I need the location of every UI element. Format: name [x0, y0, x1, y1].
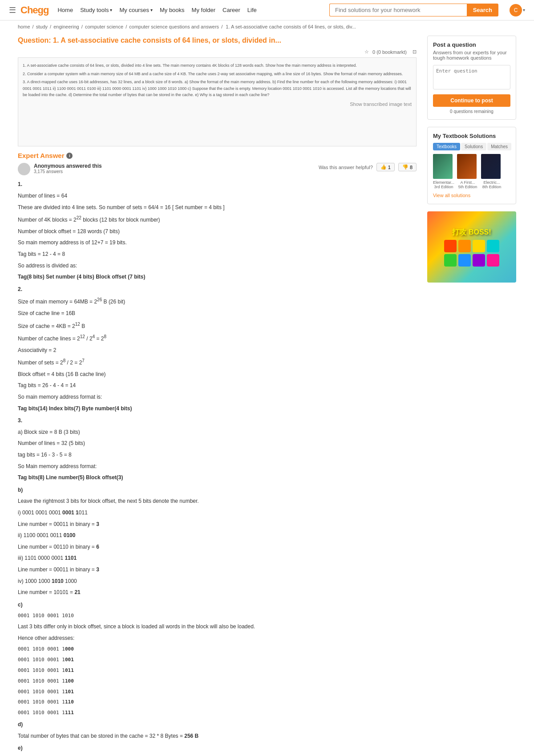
post-question-box: Post a question Answers from our experts…: [427, 36, 516, 120]
answerer-info: Anonymous answered this 3,175 answers: [34, 163, 315, 174]
book-cover-3: [481, 154, 501, 179]
nav-study-tools[interactable]: Study tools: [80, 7, 112, 13]
breadcrumb: home / study / engineering / computer sc…: [18, 20, 516, 32]
expert-answer-label: Expert Answer: [18, 152, 64, 159]
thumbs-down-icon: 👎: [402, 164, 409, 170]
thumbs-down-count: 8: [410, 165, 413, 170]
post-question-input[interactable]: [433, 65, 510, 89]
book-1[interactable]: Elementar... 3rd Edition: [433, 154, 454, 189]
answer-content: 1. Number of lines = 64 These are divide…: [18, 180, 417, 756]
bookmark-bar: ☆ 0 (0 bookmarkt) ⊡: [18, 49, 417, 55]
book-label-3: Electric...: [481, 180, 502, 185]
ad-game-grid: [444, 240, 499, 267]
search-input[interactable]: [329, 4, 467, 16]
book-label-1: Elementar...: [433, 180, 454, 185]
book-3[interactable]: Electric... 8th Edition: [481, 154, 502, 189]
search-container: Search: [329, 4, 498, 16]
nav-my-courses[interactable]: My courses: [119, 7, 152, 13]
avatar-dropdown-icon[interactable]: ▾: [523, 8, 525, 12]
thumbs-up-count: 1: [388, 165, 391, 170]
breadcrumb-engineering[interactable]: engineering: [53, 24, 79, 29]
book-2[interactable]: A First... 5th Edition: [457, 154, 478, 189]
search-button[interactable]: Search: [467, 4, 498, 16]
post-question-title: Post a question: [433, 41, 510, 48]
bookmark-count: 0 (0 bookmarkt): [372, 49, 407, 55]
breadcrumb-study[interactable]: study: [36, 24, 48, 29]
hamburger-icon[interactable]: ☰: [9, 5, 16, 15]
question-title: Question: 1. A set-associative cache con…: [18, 36, 417, 45]
textbook-tabs: Textbooks Solutions Matches: [433, 143, 510, 150]
thumbs-up-button[interactable]: 👍 1: [376, 163, 395, 171]
breadcrumb-current: 1. A set-associative cache consists of 6…: [226, 24, 356, 29]
info-icon[interactable]: i: [66, 153, 73, 159]
question-image-text: 1. A set-associative cache consists of 6…: [23, 62, 412, 98]
textbook-solutions-box: My Textbook Solutions Textbooks Solution…: [427, 127, 516, 204]
view-all-solutions-link[interactable]: View all solutions: [433, 193, 470, 198]
post-question-subtitle: Answers from our experts for your tough …: [433, 50, 510, 61]
thumbs-down-button[interactable]: 👎 8: [398, 163, 417, 171]
answer-meta: Anonymous answered this 3,175 answers Wa…: [18, 163, 417, 175]
breadcrumb-qa[interactable]: computer science questions and answers: [129, 24, 219, 29]
header: ☰ Chegg Home Study tools My courses My b…: [0, 0, 534, 20]
main-nav: Home Study tools My courses My books My …: [57, 7, 323, 13]
breadcrumb-home[interactable]: home: [18, 24, 30, 29]
thumbs-up-icon: 👍: [380, 164, 387, 170]
ad-banner-text: 打攻 BOSS!: [452, 228, 491, 237]
book-edition-2: 5th Edition: [457, 185, 478, 189]
answerer-count: 3,175 answers: [34, 169, 315, 174]
logo[interactable]: Chegg: [20, 4, 49, 16]
sidebar: Post a question Answers from our experts…: [427, 36, 516, 756]
textbook-solutions-title: My Textbook Solutions: [433, 133, 510, 139]
avatar[interactable]: C: [510, 4, 522, 16]
helpful-text: Was this answer helpful?: [319, 165, 373, 170]
helpful-bar: Was this answer helpful? 👍 1 👎 8: [319, 163, 417, 171]
tab-matches[interactable]: Matches: [487, 143, 511, 150]
nav-life[interactable]: Life: [247, 7, 257, 13]
questions-remaining: 0 questions remaining: [433, 109, 510, 114]
book-cover-1: [433, 154, 453, 179]
answerer-name: Anonymous answered this: [34, 163, 315, 169]
post-question-button[interactable]: Continue to post: [433, 94, 510, 107]
question-image-area: 1. A set-associative cache consists of 6…: [18, 57, 417, 146]
main-content: Question: 1. A set-associative cache con…: [18, 36, 417, 756]
show-transcribed[interactable]: Show transcribed image text: [23, 101, 412, 107]
expert-answer-section: Expert Answer i: [18, 152, 417, 159]
textbook-books-list: Elementar... 3rd Edition A First... 5th …: [433, 154, 510, 189]
nav-my-books[interactable]: My books: [160, 7, 185, 13]
tab-solutions[interactable]: Solutions: [461, 143, 486, 150]
answerer-avatar: [18, 163, 30, 175]
book-cover-2: [457, 154, 477, 179]
book-label-2: A First...: [457, 180, 478, 185]
bookmark-icon[interactable]: ☆: [364, 49, 369, 55]
nav-home[interactable]: Home: [57, 7, 73, 13]
nav-career[interactable]: Career: [222, 7, 240, 13]
ad-banner[interactable]: 打攻 BOSS!: [427, 211, 516, 283]
breadcrumb-cs[interactable]: computer science: [85, 24, 123, 29]
share-icon[interactable]: ⊡: [413, 49, 417, 55]
book-edition-3: 8th Edition: [481, 185, 502, 189]
nav-my-folder[interactable]: My folder: [192, 7, 215, 13]
book-edition-1: 3rd Edition: [433, 185, 454, 189]
tab-textbooks[interactable]: Textbooks: [433, 143, 460, 150]
